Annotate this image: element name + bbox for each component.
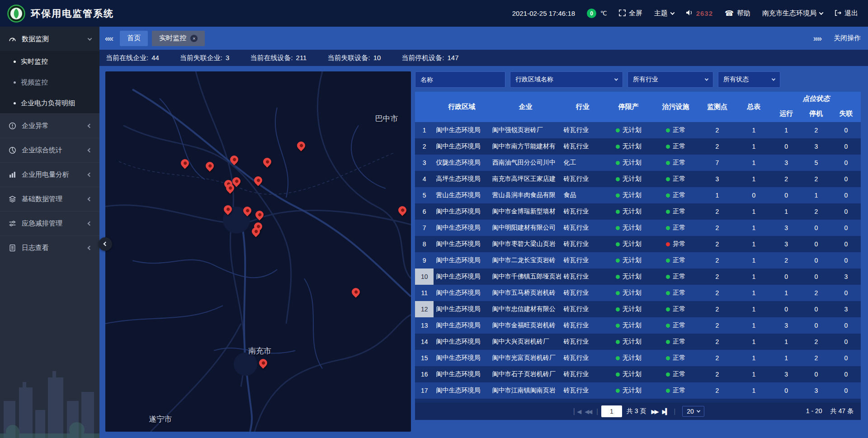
help-button[interactable]: ☎ 帮助	[725, 9, 750, 18]
logout-button[interactable]: 退出	[835, 9, 858, 18]
tab-home[interactable]: 首页	[120, 31, 148, 46]
table-row[interactable]: 18 南部生态环境局 南部县瑞华页岩砖有限 砖瓦行业 无计划 正常 2 1 0	[415, 399, 861, 403]
column-header-run[interactable]: 运行	[772, 105, 801, 122]
row-treatment: 正常	[653, 301, 698, 317]
treatment-status-dot	[666, 389, 670, 393]
table-row[interactable]: 7 阆中生态环境局 阆中明阳建材有限公司 砖瓦行业 无计划 正常 2 1 3	[415, 220, 861, 236]
stat-label: 当前在线设备:	[250, 54, 292, 62]
close-operations-button[interactable]: 关闭操作	[834, 34, 861, 42]
pagination-bar: ▏◀ ◀◀ | 共 3 页 ▶▶ ▶▍ | 20 1 - 20	[415, 403, 861, 420]
column-header-limit[interactable]: 停限产	[604, 92, 653, 122]
last-page-button[interactable]: ▶▍	[662, 408, 669, 415]
row-industry: 砖瓦行业	[561, 171, 604, 187]
row-meter: 1	[736, 203, 772, 220]
table-row[interactable]: 1 阆中生态环境局 阆中强锐页岩砖厂 砖瓦行业 无计划 正常 2 1 1	[415, 122, 861, 138]
table-row[interactable]: 8 阆中生态环境局 阆中市枣碧大梁山页岩 砖瓦行业 无计划 异常 2 1 3	[415, 236, 861, 252]
tabs-scroll-right-button[interactable]: »»	[813, 33, 821, 43]
table-row[interactable]: 13 阆中生态环境局 阆中市金福旺页岩机砖 砖瓦行业 无计划 正常 2 1 3	[415, 317, 861, 334]
org-selector[interactable]: 南充市生态环境局	[762, 9, 823, 18]
row-index: 4	[415, 171, 434, 187]
table-row[interactable]: 14 阆中生态环境局 阆中大兴页岩机砖厂 砖瓦行业 无计划 正常 2 1 1	[415, 334, 861, 350]
treatment-status-dot	[666, 193, 670, 198]
prev-page-button[interactable]: ◀◀	[585, 408, 591, 415]
row-stop: 2	[801, 334, 831, 350]
fullscreen-button[interactable]: 全屏	[619, 9, 642, 18]
table-row[interactable]: 5 营山生态环境局 营山县润丰肉食品有限 食品 无计划 正常 1 0 0	[415, 187, 861, 203]
table-row[interactable]: 12 阆中生态环境局 阆中市忠信建材有限公 砖瓦行业 无计划 正常 2 1 0	[415, 301, 861, 317]
row-treatment: 正常	[653, 122, 698, 138]
stat-item: 当前在线设备: 211	[250, 54, 307, 62]
column-header-company[interactable]: 企业	[490, 92, 561, 122]
chevron-left-icon	[88, 124, 92, 128]
row-region: 阆中生态环境局	[434, 252, 490, 268]
first-page-button[interactable]: ▏◀	[574, 408, 580, 415]
row-meter: 1	[736, 285, 772, 301]
table-row[interactable]: 3 仪陇生态环境局 西南油气田分公司川中 化工 无计划 正常 7 1 3	[415, 155, 861, 171]
tab-realtime-monitor[interactable]: 实时监控 ×	[152, 31, 205, 46]
table-row[interactable]: 2 阆中生态环境局 阆中市南方节能建材有 砖瓦行业 无计划 正常 2 1 0	[415, 138, 861, 155]
sidebar-group-logs[interactable]: 日志查看	[0, 235, 99, 260]
region-select[interactable]: 行政区域名称	[510, 71, 623, 88]
sidebar-item-power-load-detail[interactable]: 企业电力负荷明细	[0, 93, 99, 113]
table-row[interactable]: 9 阆中生态环境局 阆中市二龙长宝页岩砖 砖瓦行业 无计划 正常 2 1 2	[415, 252, 861, 268]
name-search-input[interactable]	[415, 71, 505, 88]
sidebar-item-realtime-monitor[interactable]: 实时监控	[0, 51, 99, 72]
industry-select[interactable]: 所有行业	[627, 71, 713, 88]
tab-close-icon[interactable]: ×	[190, 35, 198, 42]
table-row[interactable]: 15 阆中生态环境局 阆中市光富页岩机砖厂 砖瓦行业 无计划 正常 2 1 1	[415, 350, 861, 366]
row-stop: 0	[801, 268, 831, 285]
row-meter: 1	[736, 220, 772, 236]
row-run: 1	[772, 285, 801, 301]
sidebar-collapse-button[interactable]	[99, 237, 112, 251]
table-row[interactable]: 10 阆中生态环境局 阆中市千佛镇五郎垭页岩 砖瓦行业 无计划 正常 2 1 0	[415, 268, 861, 285]
column-header-industry[interactable]: 行业	[561, 92, 604, 122]
column-header-treatment[interactable]: 治污设施	[653, 92, 698, 122]
sidebar-group-emergency[interactable]: 应急减排管理	[0, 211, 99, 235]
row-meter: 1	[736, 350, 772, 366]
row-stop: 2	[801, 171, 831, 187]
column-header-lost[interactable]: 失联	[831, 105, 861, 122]
next-page-button[interactable]: ▶▶	[651, 408, 658, 415]
row-company: 阆中强锐页岩砖厂	[490, 122, 561, 138]
column-header-stop[interactable]: 停机	[801, 105, 831, 122]
row-index: 18	[415, 399, 434, 403]
table-row[interactable]: 11 阆中生态环境局 阆中市五马桥页岩机砖 砖瓦行业 无计划 正常 2 1 1	[415, 285, 861, 301]
column-header-points[interactable]: 监测点	[698, 92, 736, 122]
sidebar-group-base-data[interactable]: 基础数据管理	[0, 187, 99, 211]
limit-status-dot	[616, 145, 620, 149]
row-lost: 0	[831, 171, 861, 187]
map-panel[interactable]: 巴中市南充市遂宁市	[105, 71, 411, 432]
row-points: 7	[698, 155, 736, 171]
row-meter: 1	[736, 317, 772, 334]
city-label: 南充市	[248, 345, 271, 356]
theme-selector[interactable]: 主题	[654, 9, 674, 18]
alarm-area[interactable]: 2632	[686, 9, 713, 17]
table-row[interactable]: 6 阆中生态环境局 阆中市金博瑞新型墙材 砖瓦行业 无计划 正常 2 1 1	[415, 203, 861, 220]
row-region: 阆中生态环境局	[434, 301, 490, 317]
row-points: 2	[698, 220, 736, 236]
table-row[interactable]: 4 高坪生态环境局 南充市高坪区王家店建 砖瓦行业 无计划 正常 3 1 2	[415, 171, 861, 187]
page-size-select[interactable]: 20	[682, 406, 704, 417]
sidebar-item-video-monitor[interactable]: 视频监控	[0, 72, 99, 93]
status-select[interactable]: 所有状态	[718, 71, 780, 88]
row-treatment: 正常	[653, 285, 698, 301]
sidebar-group-enterprise-stats[interactable]: 企业综合统计	[0, 138, 99, 162]
stat-label: 当前失联设备:	[327, 54, 370, 62]
sidebar-group-power-analysis[interactable]: 企业用电量分析	[0, 162, 99, 187]
page-number-input[interactable]	[601, 405, 622, 417]
speaker-icon	[686, 9, 693, 17]
logout-icon	[835, 9, 841, 18]
column-header-meter[interactable]: 总表	[736, 92, 772, 122]
total-count-text: 共 47 条	[830, 407, 854, 415]
table-row[interactable]: 17 阆中生态环境局 阆中市江南镇阆南页岩 砖瓦行业 无计划 正常 2 1 0	[415, 382, 861, 399]
sidebar-group-enterprise-abnormal[interactable]: 企业异常	[0, 113, 99, 138]
column-header-region[interactable]: 行政区域	[434, 92, 490, 122]
row-region: 阆中生态环境局	[434, 366, 490, 382]
row-lost: 0	[831, 350, 861, 366]
row-treatment: 正常	[653, 187, 698, 203]
row-limit: 无计划	[604, 366, 653, 382]
tabs-scroll-left-button[interactable]: ««	[105, 33, 113, 43]
sidebar-group-data-monitoring[interactable]: 数据监测	[0, 27, 99, 51]
table-row[interactable]: 16 阆中生态环境局 阆中市石子页岩机砖厂 砖瓦行业 无计划 正常 2 1 3	[415, 366, 861, 382]
row-region: 阆中生态环境局	[434, 317, 490, 334]
